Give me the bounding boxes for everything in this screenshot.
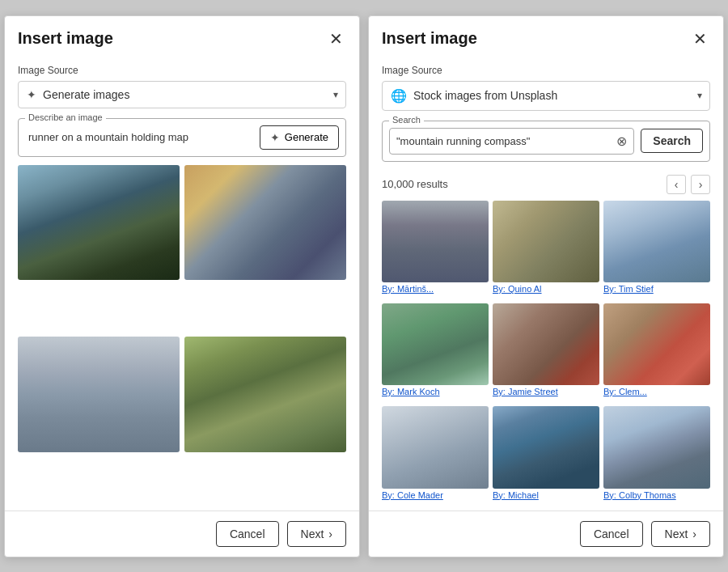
right-image-item-1: By: Mārtinš... [382,201,489,299]
left-image-3[interactable] [18,337,180,452]
right-dialog-body: Image Source 🌐 Stock images from Unsplas… [369,57,723,511]
right-source-select[interactable]: 🌐 Stock images from Unsplash [382,81,710,111]
left-image-grid [18,165,346,504]
generate-icon: ✦ [27,88,36,101]
right-search-input[interactable] [396,135,613,147]
left-source-value: Generate images [43,88,129,101]
right-image-item-3: By: Tim Stief [603,201,710,299]
right-cancel-button[interactable]: Cancel [580,521,643,547]
right-globe-icon: 🌐 [391,88,407,104]
right-image-item-9: By: Colby Thomas [603,406,710,505]
right-clear-search-icon[interactable]: ⊗ [616,133,627,149]
right-search-fieldset: Search ⊗ Search [382,121,710,162]
right-image-credit-8[interactable]: By: Michael [493,490,599,500]
right-search-row: ⊗ Search [389,128,703,155]
left-dialog-footer: Cancel Next › [5,511,359,557]
right-dialog-title: Insert image [382,29,477,48]
right-source-value: Stock images from Unsplash [413,89,557,102]
right-dialog-header: Insert image ✕ [369,16,723,57]
right-image-thumb-2[interactable] [493,201,599,283]
right-image-credit-5[interactable]: By: Jamie Street [493,387,599,396]
right-next-page-button[interactable]: › [691,175,710,194]
right-image-item-6: By: Clem... [603,303,710,402]
right-image-credit-4[interactable]: By: Mark Koch [382,387,489,396]
right-image-item-8: By: Michael [493,406,599,505]
left-dialog-title: Insert image [18,29,113,48]
right-image-credit-3[interactable]: By: Tim Stief [603,284,710,294]
right-image-thumb-4[interactable] [382,303,489,386]
right-image-thumb-3[interactable] [603,201,710,283]
right-next-arrow-icon: › [692,528,696,540]
left-describe-row: ✦ Generate [25,125,339,150]
right-image-credit-2[interactable]: By: Quino Al [493,284,599,294]
right-image-credit-7[interactable]: By: Cole Mader [382,490,489,500]
right-image-grid: By: Mārtinš... By: Quino Al By: Tim Stie… [382,201,710,506]
right-search-legend: Search [389,115,424,125]
left-source-select-wrapper: ✦ Generate images ▾ [18,81,346,108]
right-results-count: 10,000 results [382,178,448,190]
right-nav-arrows: ‹ › [667,175,710,194]
right-image-thumb-8[interactable] [493,406,599,489]
left-image-1[interactable] [18,165,180,281]
right-image-item-4: By: Mark Koch [382,303,489,402]
left-dialog-header: Insert image ✕ [5,16,359,57]
left-next-label: Next [301,528,324,540]
left-describe-legend: Describe an image [25,112,106,122]
right-image-thumb-7[interactable] [382,406,489,489]
right-image-item-5: By: Jamie Street [493,303,599,402]
right-image-credit-6[interactable]: By: Clem... [603,387,710,396]
right-close-button[interactable]: ✕ [690,29,710,49]
left-dialog-body: Image Source ✦ Generate images ▾ Describ… [5,57,359,511]
left-image-2[interactable] [184,165,346,281]
right-image-item-7: By: Cole Mader [382,406,489,505]
left-next-button[interactable]: Next › [287,521,346,547]
right-search-input-wrapper: ⊗ [389,128,634,155]
left-source-select[interactable]: ✦ Generate images [18,81,346,108]
right-image-thumb-5[interactable] [493,303,599,386]
right-image-thumb-1[interactable] [382,201,489,283]
left-next-arrow-icon: › [328,528,332,540]
right-insert-image-dialog: Insert image ✕ Image Source 🌐 Stock imag… [368,15,724,557]
left-cancel-button[interactable]: Cancel [216,521,279,547]
left-describe-fieldset: Describe an image ✦ Generate [18,118,346,157]
left-describe-input[interactable] [25,129,253,145]
right-search-button[interactable]: Search [641,129,703,153]
right-prev-page-button[interactable]: ‹ [667,175,686,194]
right-source-label: Image Source [382,65,710,76]
right-next-label: Next [665,528,688,540]
right-results-row: 10,000 results ‹ › [382,175,710,194]
right-dialog-footer: Cancel Next › [369,511,723,557]
left-source-label: Image Source [18,65,346,76]
right-image-thumb-9[interactable] [603,406,710,489]
left-generate-label: Generate [285,131,328,143]
right-image-credit-1[interactable]: By: Mārtinš... [382,284,489,294]
right-source-select-wrapper: 🌐 Stock images from Unsplash ▾ [382,81,710,111]
left-generate-spark-icon: ✦ [270,131,280,144]
left-image-4[interactable] [184,337,346,452]
right-image-credit-9[interactable]: By: Colby Thomas [603,490,710,500]
right-next-button[interactable]: Next › [651,521,710,547]
left-close-button[interactable]: ✕ [326,29,346,49]
right-image-item-2: By: Quino Al [493,201,599,299]
right-image-thumb-6[interactable] [603,303,710,386]
left-generate-button[interactable]: ✦ Generate [260,125,339,150]
left-insert-image-dialog: Insert image ✕ Image Source ✦ Generate i… [4,15,360,557]
